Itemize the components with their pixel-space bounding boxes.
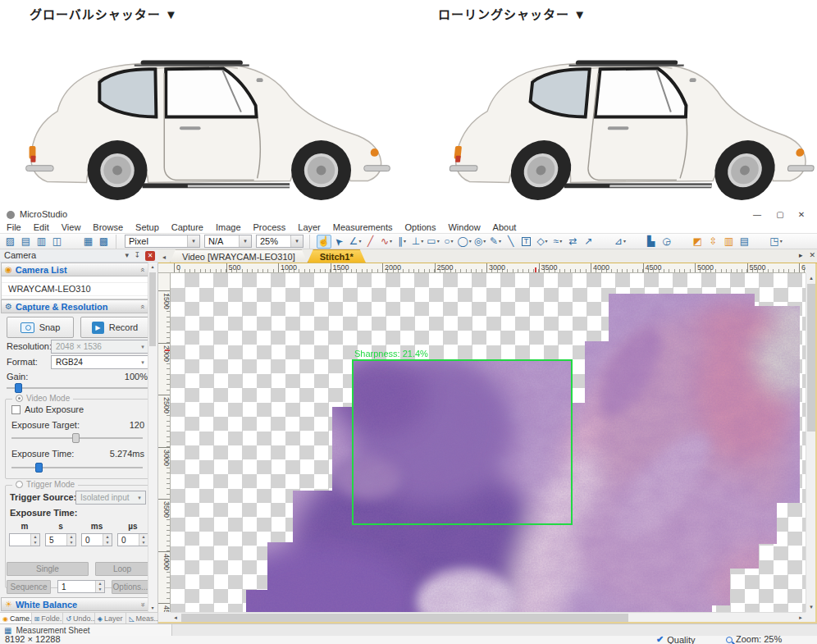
toolbar-icon[interactable]: ▤ bbox=[737, 235, 752, 249]
tab-scroll-left-icon[interactable]: ◂ bbox=[158, 253, 170, 263]
collapse-chevron-icon[interactable]: « bbox=[138, 267, 146, 272]
single-button[interactable]: Single bbox=[7, 562, 89, 576]
panel-tab[interactable]: ◉ Came... bbox=[0, 613, 32, 624]
menu-item[interactable]: Process bbox=[253, 222, 286, 232]
trigger-source-select[interactable]: Isolated input▾ bbox=[75, 491, 146, 505]
sequence-spinbox[interactable]: 1 ▲▼ bbox=[57, 580, 105, 593]
toolbar-icon[interactable]: ≈▾ bbox=[550, 235, 565, 249]
menu-item[interactable]: Browse bbox=[93, 222, 123, 232]
toolbar-icon[interactable]: ↗ bbox=[582, 235, 596, 249]
toolbar-icon[interactable]: ◶ bbox=[660, 235, 674, 249]
menu-item[interactable]: About bbox=[493, 222, 517, 232]
menu-item[interactable]: Measurements bbox=[333, 222, 393, 232]
menu-item[interactable]: File bbox=[7, 222, 21, 232]
resolution-select[interactable]: 2048 × 1536▾ bbox=[51, 340, 149, 354]
menu-item[interactable]: Window bbox=[448, 222, 480, 232]
exposure-target-slider[interactable] bbox=[11, 433, 143, 443]
time-spinbox[interactable]: ▲▼ bbox=[9, 533, 40, 546]
toolbar-icon[interactable]: ◎▾ bbox=[472, 235, 487, 249]
scrollbar-thumb[interactable] bbox=[181, 614, 628, 622]
panel-tab[interactable]: ◈ Layer bbox=[95, 613, 127, 624]
toolbar-icon[interactable]: ▙ bbox=[644, 235, 659, 249]
toolbar-icon[interactable]: ⊥▾ bbox=[410, 235, 425, 249]
white-balance-section-header[interactable]: ☀ White Balance « bbox=[1, 597, 148, 611]
panel-close-button[interactable]: ✕ bbox=[145, 251, 155, 261]
toolbar-icon[interactable]: ▤ bbox=[19, 235, 34, 249]
record-button[interactable]: ▶ Record bbox=[80, 317, 149, 338]
toolbar-icon[interactable]: ╱ bbox=[363, 235, 378, 249]
menu-item[interactable]: Edit bbox=[34, 222, 49, 232]
menu-item[interactable]: Capture bbox=[171, 222, 203, 232]
toolbar-icon[interactable]: ∿▾ bbox=[379, 235, 394, 249]
trigger-mode-radio[interactable] bbox=[16, 481, 23, 488]
menu-item[interactable]: Options bbox=[405, 222, 436, 232]
toolbar-icon[interactable]: ◯▾ bbox=[457, 235, 472, 249]
spinner-arrows[interactable]: ▲▼ bbox=[30, 534, 39, 546]
toolbar-icon[interactable]: ∠▾ bbox=[348, 235, 363, 249]
toolbar-icon[interactable]: ⇳ bbox=[706, 235, 721, 249]
panel-scrollbar[interactable]: ▴ ▾ bbox=[148, 263, 157, 612]
toolbar-icon[interactable]: ▨ bbox=[3, 235, 18, 249]
toolbar-icon[interactable]: ▭▾ bbox=[426, 235, 440, 249]
document-close-icon[interactable]: ✕ bbox=[809, 251, 815, 259]
scroll-up-icon[interactable]: ▴ bbox=[148, 263, 157, 271]
loop-button[interactable]: Loop bbox=[95, 562, 149, 576]
toolbar-icon[interactable]: ⊿▾ bbox=[613, 235, 628, 249]
expand-chevron-icon[interactable]: « bbox=[138, 602, 146, 606]
capture-resolution-section-header[interactable]: ⚙ Capture & Resolution « bbox=[1, 299, 148, 313]
camera-device-item[interactable]: WRAYCAM-LEO310 bbox=[2, 282, 148, 296]
horizontal-scrollbar[interactable]: ◂ ▸ bbox=[171, 612, 806, 622]
toolbar-icon[interactable]: ▥ bbox=[34, 235, 49, 249]
video-mode-radio[interactable] bbox=[16, 395, 23, 402]
stitch-canvas[interactable]: Sharpness: 21.4% bbox=[171, 273, 806, 612]
spinner-arrows[interactable]: ▲▼ bbox=[139, 534, 148, 546]
document-tab[interactable]: Stitch1* bbox=[308, 249, 366, 263]
menu-item[interactable]: Layer bbox=[298, 222, 321, 232]
toolbar-icon[interactable]: ◳▾ bbox=[769, 235, 783, 249]
maximize-button[interactable]: ▢ bbox=[771, 208, 789, 221]
toolbar-icon[interactable]: ▦ bbox=[81, 235, 96, 249]
menu-item[interactable]: Setup bbox=[135, 222, 159, 232]
time-spinbox[interactable]: 0 ▲▼ bbox=[117, 533, 148, 546]
toolbar-icon[interactable]: ➤ bbox=[332, 235, 347, 249]
format-select[interactable]: RGB24▾ bbox=[51, 355, 149, 369]
magnification-combo[interactable]: N/A▾ bbox=[204, 235, 252, 248]
gain-slider[interactable] bbox=[7, 383, 148, 393]
unit-combo[interactable]: Pixel▾ bbox=[125, 235, 200, 248]
toolbar-icon[interactable] bbox=[66, 235, 80, 249]
spinner-arrows[interactable]: ▲▼ bbox=[66, 534, 75, 546]
panel-tab[interactable]: ↺ Undo... bbox=[63, 613, 95, 624]
spinner-arrows[interactable]: ▲▼ bbox=[103, 534, 112, 546]
quality-toggle[interactable]: ✔ Quality bbox=[656, 634, 695, 644]
pin-icon[interactable]: ↧ bbox=[134, 251, 140, 259]
toolbar-icon[interactable]: ╲ bbox=[504, 235, 518, 249]
toolbar-icon[interactable]: ◩ bbox=[691, 235, 705, 249]
scrollbar-thumb[interactable] bbox=[149, 272, 156, 346]
toolbar-icon[interactable] bbox=[675, 235, 690, 249]
panel-menu-icon[interactable]: ▾ bbox=[125, 251, 129, 259]
menu-item[interactable]: Image bbox=[216, 222, 241, 232]
toolbar-icon[interactable]: ◫ bbox=[50, 235, 65, 249]
scroll-down-icon[interactable]: ▾ bbox=[148, 604, 157, 612]
auto-exposure-checkbox[interactable] bbox=[11, 405, 21, 414]
exposure-time-slider[interactable] bbox=[11, 463, 143, 473]
snap-button[interactable]: Snap bbox=[7, 317, 74, 338]
toolbar-icon[interactable]: ▩ bbox=[97, 235, 112, 249]
toolbar-icon[interactable]: ○▾ bbox=[441, 235, 456, 249]
minimize-button[interactable]: — bbox=[748, 208, 766, 221]
time-spinbox[interactable]: 0 ▲▼ bbox=[81, 533, 112, 546]
spinner-arrows[interactable]: ▲▼ bbox=[95, 581, 104, 592]
collapse-chevron-icon[interactable]: « bbox=[138, 304, 146, 308]
toolbar-icon[interactable]: ◇▾ bbox=[535, 235, 550, 249]
toolbar-icon[interactable]: ⇄ bbox=[566, 235, 581, 249]
zoom-combo[interactable]: 25%▾ bbox=[256, 235, 304, 248]
document-tab[interactable]: Video [WRAYCAM-LEO310] bbox=[170, 249, 308, 263]
toolbar-icon[interactable] bbox=[597, 235, 612, 249]
menu-item[interactable]: View bbox=[62, 222, 81, 232]
toolbar-icon[interactable]: ∥▾ bbox=[395, 235, 409, 249]
time-spinbox[interactable]: 5 ▲▼ bbox=[45, 533, 76, 546]
toolbar-icon[interactable]: T bbox=[519, 235, 534, 249]
vertical-scrollbar[interactable]: ▴ ▾ bbox=[806, 273, 815, 612]
sequence-button[interactable]: Sequence bbox=[7, 580, 51, 594]
toolbar-icon[interactable] bbox=[753, 235, 768, 249]
